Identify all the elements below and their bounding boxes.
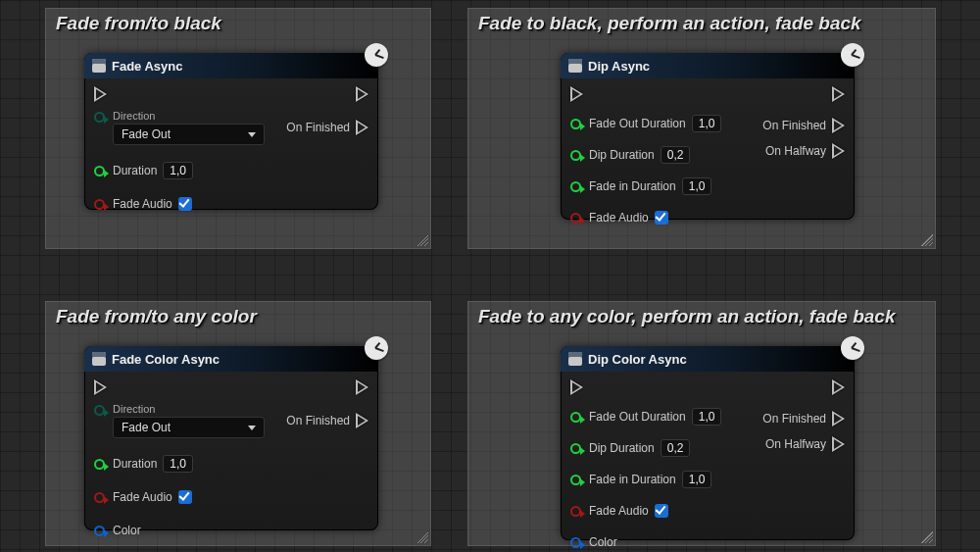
node-title: Fade Color Async [112, 352, 220, 367]
duration-field[interactable]: 1,0 [163, 162, 193, 179]
node-header[interactable]: Dip Async [561, 53, 855, 78]
direction-dropdown[interactable]: Fade Out [113, 124, 265, 145]
exec-in-pin[interactable] [570, 379, 583, 395]
exec-halfway-pin[interactable] [832, 436, 845, 452]
fade-in-label: Fade in Duration [589, 473, 676, 486]
out-halfway-label: On Halfway [765, 437, 826, 451]
fade-out-field[interactable]: 1,0 [692, 115, 722, 132]
out-finished-label: On Finished [762, 119, 826, 132]
chevron-down-icon [248, 132, 256, 137]
panel-title: Fade from/to any color [56, 306, 420, 327]
exec-finished-pin[interactable] [832, 118, 845, 133]
fade-in-label: Fade in Duration [589, 179, 676, 193]
panel-title: Fade to black, perform an action, fade b… [478, 13, 925, 34]
duration-field[interactable]: 1,0 [163, 455, 193, 473]
duration-pin[interactable] [94, 459, 105, 470]
exec-finished-pin[interactable] [356, 413, 368, 428]
exec-out-pin[interactable] [832, 379, 845, 395]
fade-in-field[interactable]: 1,0 [682, 471, 712, 488]
node-body: On Finished On Halfway Fade Out Duration… [561, 78, 855, 239]
node-dip-async[interactable]: Dip Async On Finished On Halfway Fade Ou… [561, 53, 855, 220]
fade-in-pin[interactable] [570, 181, 581, 192]
clock-icon [365, 336, 388, 360]
node-icon [568, 59, 582, 73]
exec-finished-pin[interactable] [832, 411, 845, 427]
resize-handle-icon[interactable] [416, 531, 428, 543]
fade-audio-checkbox[interactable] [655, 211, 668, 225]
dip-pin[interactable] [570, 150, 581, 161]
duration-label: Duration [113, 164, 157, 177]
duration-pin[interactable] [94, 166, 105, 176]
direction-pin[interactable] [94, 112, 105, 123]
node-header[interactable]: Fade Color Async [84, 346, 378, 372]
exec-out-pin[interactable] [356, 86, 368, 102]
node-fade-color-async[interactable]: Fade Color Async On Finished Direction F… [84, 346, 378, 530]
node-title: Dip Color Async [588, 352, 687, 367]
fade-audio-checkbox[interactable] [655, 504, 668, 518]
resize-handle-icon[interactable] [921, 531, 933, 543]
fade-audio-label: Fade Audio [589, 211, 649, 225]
color-pin[interactable] [570, 537, 581, 548]
node-dip-color-async[interactable]: Dip Color Async On Finished On Halfway F… [561, 346, 855, 540]
color-pin[interactable] [94, 526, 105, 536]
fade-audio-checkbox[interactable] [178, 490, 192, 504]
fade-out-label: Fade Out Duration [589, 410, 686, 424]
dip-label: Dip Duration [589, 148, 655, 162]
node-header[interactable]: Dip Color Async [561, 346, 855, 372]
fade-audio-label: Fade Audio [113, 197, 172, 211]
node-title: Fade Async [112, 59, 183, 74]
duration-label: Duration [113, 457, 157, 471]
fade-audio-label: Fade Audio [589, 504, 649, 518]
dip-field[interactable]: 0,2 [661, 439, 691, 457]
clock-icon [841, 336, 864, 360]
fade-audio-pin[interactable] [94, 492, 105, 503]
fade-audio-pin[interactable] [570, 506, 581, 517]
resize-handle-icon[interactable] [416, 234, 428, 246]
node-body: On Finished Direction Fade Out Duration … [84, 372, 378, 552]
node-body: On Finished Direction Fade Out [84, 78, 378, 226]
fade-audio-checkbox[interactable] [178, 197, 192, 211]
fade-out-pin[interactable] [570, 412, 581, 423]
node-icon [92, 352, 106, 366]
fade-audio-pin[interactable] [570, 213, 581, 224]
panel-title: Fade from/to black [56, 13, 420, 34]
out-finished-label: On Finished [286, 121, 350, 134]
exec-in-pin[interactable] [570, 86, 583, 102]
fade-in-field[interactable]: 1,0 [682, 177, 712, 195]
out-finished-label: On Finished [286, 414, 350, 427]
color-label: Color [589, 535, 617, 549]
direction-pin[interactable] [94, 405, 105, 416]
direction-value: Fade Out [122, 127, 171, 141]
dip-label: Dip Duration [589, 441, 655, 455]
fade-out-label: Fade Out Duration [589, 117, 686, 130]
exec-in-pin[interactable] [94, 379, 107, 395]
exec-halfway-pin[interactable] [832, 143, 845, 159]
exec-out-pin[interactable] [356, 379, 368, 395]
node-fade-async[interactable]: Fade Async On Finished Direction Fade Ou… [84, 53, 378, 210]
clock-icon [365, 43, 388, 67]
fade-audio-label: Fade Audio [113, 490, 172, 504]
node-icon [92, 59, 106, 73]
resize-handle-icon[interactable] [921, 234, 933, 246]
exec-out-pin[interactable] [832, 86, 845, 102]
dip-pin[interactable] [570, 443, 581, 454]
out-halfway-label: On Halfway [765, 144, 826, 158]
clock-icon [841, 43, 864, 67]
node-header[interactable]: Fade Async [84, 53, 378, 78]
direction-dropdown[interactable]: Fade Out [113, 417, 265, 438]
fade-out-pin[interactable] [570, 119, 581, 129]
node-body: On Finished On Halfway Fade Out Duration… [561, 372, 855, 552]
node-icon [568, 352, 582, 366]
fade-in-pin[interactable] [570, 475, 581, 485]
fade-audio-pin[interactable] [94, 199, 105, 210]
dip-field[interactable]: 0,2 [661, 146, 691, 164]
panel-title: Fade to any color, perform an action, fa… [478, 306, 925, 327]
chevron-down-icon [248, 426, 256, 430]
out-finished-label: On Finished [762, 412, 826, 426]
node-title: Dip Async [588, 59, 650, 74]
color-label: Color [113, 524, 141, 537]
exec-finished-pin[interactable] [356, 120, 368, 135]
fade-out-field[interactable]: 1,0 [692, 408, 722, 426]
direction-value: Fade Out [122, 421, 171, 434]
exec-in-pin[interactable] [94, 86, 107, 102]
